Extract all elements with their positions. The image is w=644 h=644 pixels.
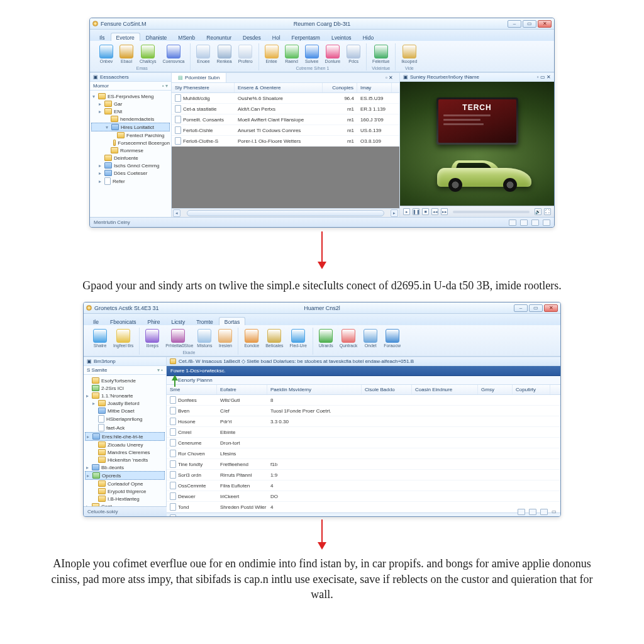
- ribbon-button[interactable]: Mistons: [195, 328, 214, 349]
- titlebar[interactable]: Fensure CoSint.M Reumen Coarg Db-3t1 – ▭…: [90, 18, 554, 30]
- ribbon-button[interactable]: Solvee: [303, 43, 321, 65]
- column-header[interactable]: Sty Phenestere: [172, 83, 235, 92]
- column-header[interactable]: Ensere & Onentere: [235, 83, 323, 92]
- tree-node[interactable]: ▸ENt: [91, 108, 170, 115]
- center-tab[interactable]: ▤Pdombier Subn: [172, 73, 226, 82]
- table-row[interactable]: BvenC/efTuosl 1Fonde Proer Coetrt.: [167, 406, 560, 416]
- table-row[interactable]: TondShreden Postd Wiler4: [167, 502, 560, 513]
- titlebar[interactable]: Gronetcs Acstk St.4E3 31 Huamer Cns2l – …: [84, 303, 560, 314]
- sidebar-subheader[interactable]: Momor▪ ▾: [90, 82, 171, 91]
- tree-node[interactable]: ▸Refer: [91, 177, 170, 186]
- tree-twisty-icon[interactable]: ▸: [91, 401, 96, 406]
- status-icon[interactable]: [540, 509, 548, 515]
- column-header[interactable]: Imay: [357, 83, 392, 92]
- next-icon[interactable]: ▸▸: [441, 208, 448, 215]
- tree-twisty-icon[interactable]: ▸: [85, 465, 90, 470]
- ribbon-tab[interactable]: Desdes: [237, 33, 267, 41]
- tree-node[interactable]: HSberlapnrllong: [85, 414, 165, 423]
- ribbon-tab[interactable]: Ferpentasm: [286, 33, 326, 41]
- stop-icon[interactable]: ■: [422, 208, 429, 215]
- tree-node[interactable]: faet-Ack: [85, 423, 165, 432]
- column-header[interactable]: Gmsy: [478, 385, 513, 394]
- tree-node[interactable]: ▾Hires Lonitatict: [91, 123, 170, 131]
- ribbon-tab[interactable]: Hol: [267, 33, 286, 41]
- tree-node[interactable]: Mandres Cleremes: [85, 448, 165, 456]
- ribbon-button[interactable]: Ikooped: [399, 43, 419, 65]
- tree-node[interactable]: Erypotd thIgrerce: [85, 487, 165, 495]
- tree-node[interactable]: ▸Döes Coeteser: [91, 169, 170, 177]
- maximize-button[interactable]: ▭: [529, 304, 543, 312]
- tree-twisty-icon[interactable]: ▸: [97, 170, 103, 176]
- tab-close[interactable]: ▫ ✕: [379, 73, 399, 82]
- table-row[interactable]: OssCemmteFilra Eufioten4: [167, 480, 560, 491]
- ribbon-button[interactable]: Ingfeel tlrs: [111, 328, 135, 349]
- tree-node[interactable]: Ronrmese: [91, 147, 170, 154]
- ribbon-tab[interactable]: Fbeonicats: [104, 317, 142, 325]
- tree-twisty-icon[interactable]: ▸: [97, 163, 103, 169]
- column-header[interactable]: Coasin Eindnure: [412, 385, 478, 394]
- close-button[interactable]: ✕: [538, 20, 552, 28]
- ribbon-button[interactable]: Eondce: [242, 328, 261, 349]
- column-header[interactable]: Coputirty: [513, 385, 550, 394]
- ribbon-button[interactable]: Renkea: [214, 43, 233, 65]
- table-row[interactable]: Cet-a stastlatieAldt/t.Can Pertxsm1ER.3 …: [172, 104, 399, 114]
- ribbon-tab[interactable]: Hido: [357, 33, 379, 41]
- table-row[interactable]: Muhlidt/cdigOushe%.6 Shoatore96.4ES.I5.U…: [172, 93, 399, 104]
- status-icon[interactable]: [509, 219, 516, 226]
- volume-icon[interactable]: 🔊: [535, 208, 541, 215]
- table-row[interactable]: Ror ChovenLfesins: [167, 448, 560, 459]
- fullscreen-icon[interactable]: ⛶: [544, 208, 551, 215]
- status-icon[interactable]: [520, 219, 528, 226]
- ribbon-button[interactable]: Raend: [283, 43, 301, 65]
- ribbon-button[interactable]: Coensvnca: [160, 43, 186, 65]
- status-icon[interactable]: [518, 509, 525, 515]
- tree-twisty-icon[interactable]: ▸: [97, 101, 103, 107]
- tree-twisty-icon[interactable]: ▸: [97, 109, 103, 114]
- tree-node[interactable]: ▾ES-Ferpndves Meng: [91, 92, 170, 100]
- ribbon-button[interactable]: Fled-Ure: [288, 328, 309, 349]
- tree-node[interactable]: Corleadof Opne: [85, 480, 165, 487]
- group-header[interactable]: Fowre 1-Dcs>orwtecksc.: [167, 366, 560, 376]
- ribbon-button[interactable]: Utrards: [317, 328, 335, 349]
- tree-twisty-icon[interactable]: ▾: [104, 125, 109, 130]
- tree-node[interactable]: ▸Ischs Gnncl Cemrng: [91, 162, 170, 169]
- tree-node[interactable]: ▸Opcreds: [85, 471, 165, 480]
- ribbon-button[interactable]: Foraocw: [382, 328, 402, 349]
- tree-node[interactable]: Mitbe Dcaet: [85, 407, 165, 414]
- table-row[interactable]: Sori3 ordnRirruts Pltannl1:9: [167, 470, 560, 480]
- minimize-button[interactable]: –: [514, 304, 528, 312]
- table-row[interactable]: CenerumeDron-tort: [167, 438, 560, 448]
- bottom-tab[interactable]: I Irfnascnta Anid/ty: [167, 513, 560, 517]
- tree-node[interactable]: ▸Eres:hile-che-tri-te: [85, 432, 165, 441]
- ribbon-tab[interactable]: Reonuntur: [201, 33, 237, 41]
- ribbon-tab[interactable]: Licsty: [165, 317, 191, 325]
- tree-node[interactable]: 2-2Srs ICI: [85, 384, 165, 392]
- prev-icon[interactable]: ◂◂: [431, 208, 438, 215]
- ribbon-tab[interactable]: Phire: [142, 317, 166, 325]
- ribbon-button[interactable]: Enoee: [194, 43, 212, 65]
- ribbon-button[interactable]: Donlure: [323, 43, 343, 65]
- ribbon-button[interactable]: Entee: [263, 43, 280, 65]
- ribbon-button[interactable]: Pdcs: [345, 43, 362, 65]
- ribbon-button[interactable]: Shatre: [91, 328, 109, 349]
- tree-node[interactable]: Zicoadu Unerey: [85, 441, 165, 448]
- ribbon-tab[interactable]: MSenb: [172, 33, 201, 41]
- maximize-button[interactable]: ▭: [523, 20, 536, 28]
- ribbon-tab[interactable]: Ile: [87, 317, 104, 325]
- tree-node[interactable]: I.B-Hextlanteg: [85, 495, 165, 502]
- scroll-thumb[interactable]: [187, 210, 384, 216]
- tree-node[interactable]: ▸Gar: [91, 100, 170, 108]
- ribbon-button[interactable]: Prhteitia0Stoe: [164, 328, 192, 349]
- ribbon-tab[interactable]: Lveintos: [326, 33, 357, 41]
- column-header[interactable]: Conopies: [323, 83, 357, 92]
- tree-node[interactable]: ▸Joastly Betord: [85, 399, 165, 407]
- ribbon-tab[interactable]: Evetore: [111, 33, 140, 41]
- breadcrumb[interactable]: Cet./B- W Insacous 1aBeclt ◇ Sietle boad…: [167, 357, 560, 366]
- status-icon[interactable]: [529, 509, 536, 515]
- ribbon-button[interactable]: Profero: [236, 43, 255, 65]
- tree-twisty-icon[interactable]: ▸: [97, 179, 103, 184]
- table-row[interactable]: Pomeilt. ConsantsMoell Aviftert Clant Fl…: [172, 114, 399, 125]
- sidebar-subheader[interactable]: S Samite▾ ▪: [84, 366, 166, 375]
- ribbon-button[interactable]: Felentue: [370, 43, 391, 65]
- table-row[interactable]: Fertoti-CishleAnurset TI Codows Connresm…: [172, 125, 399, 136]
